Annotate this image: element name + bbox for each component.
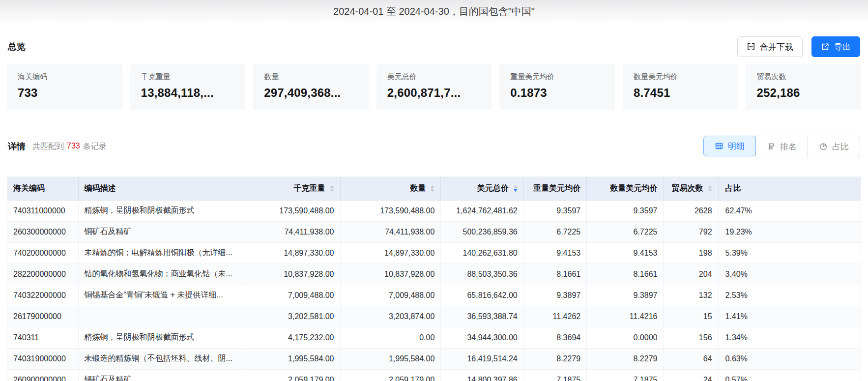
- sort-icon[interactable]: ▲▼: [513, 185, 518, 192]
- stat-card: 千克重量 13,884,118,...: [130, 64, 246, 110]
- cell-hs-code: 740322000000: [7, 285, 78, 306]
- cell-hs-code: 26179000000: [7, 306, 78, 327]
- cell-trade-count: 15: [664, 306, 718, 327]
- stat-card-value: 13,884,118,...: [141, 86, 235, 100]
- cell-usd-total: 88,503,350.36: [441, 264, 523, 285]
- cell-trade-count: 156: [664, 327, 718, 348]
- match-prefix: 共匹配到: [32, 142, 64, 152]
- merge-download-label: 合并下载: [760, 41, 793, 53]
- cell-trade-count: 24: [664, 369, 718, 381]
- cell-usd-per-kg: 9.3597: [523, 200, 586, 221]
- cell-description: 铜矿石及精矿: [78, 221, 241, 242]
- column-header-quantity[interactable]: 数量▲▼: [340, 177, 441, 200]
- cell-trade-count: 198: [664, 242, 718, 264]
- cell-description: 锡矿石及精矿: [78, 369, 241, 381]
- table-row[interactable]: 740311000000精炼铜，呈阴极和阴极截面形式173,590,488.00…: [7, 200, 861, 221]
- cell-usd-per-unit: 6.7225: [587, 221, 664, 242]
- table-body: 740311000000精炼铜，呈阴极和阴极截面形式173,590,488.00…: [7, 200, 861, 381]
- cell-usd-total: 65,816,642.00: [441, 285, 523, 306]
- table-row[interactable]: 282200000000钴的氧化物和氢氧化物；商业氧化钴（未...10,837,…: [7, 264, 861, 285]
- details-title: 详情: [8, 141, 26, 152]
- sort-icon[interactable]: ▲▼: [708, 185, 712, 192]
- table-row[interactable]: 260900000000锡矿石及精矿2,059,179.002,059,179.…: [7, 369, 861, 381]
- column-header-usd-per-unit: 数量美元均价: [587, 177, 664, 200]
- table-row[interactable]: 260300000000铜矿石及精矿74,411,938.0074,411,93…: [7, 221, 861, 242]
- stat-card-label: 千克重量: [141, 72, 235, 82]
- table-row[interactable]: 740200000000未精炼的铜；电解精炼用铜阳极（无详细...14,897,…: [7, 242, 861, 264]
- stat-card-value: 0.1873: [510, 86, 604, 100]
- stat-card: 美元总价 2,600,871,7...: [376, 64, 492, 110]
- cell-usd-per-kg: 11.4262: [523, 306, 586, 327]
- cell-usd-per-unit: 11.4216: [587, 306, 664, 327]
- stat-card: 数量 297,409,368...: [253, 64, 369, 110]
- stat-card-value: 8.7451: [634, 86, 727, 100]
- match-info: 共匹配到 733 条记录: [32, 142, 107, 152]
- table-header-row: 海关编码编码描述千克重量▲▼数量▲▼美元总价▲▼重量美元均价数量美元均价贸易次数…: [7, 177, 861, 200]
- cell-usd-per-kg: 7.1875: [523, 369, 586, 381]
- stat-card: 数量美元均价 8.7451: [623, 64, 738, 110]
- cell-trade-count: 2628: [664, 200, 718, 221]
- cell-usd-per-unit: 8.1661: [587, 264, 664, 285]
- table-row[interactable]: 261790000003,202,581.003,203,874.0036,59…: [7, 306, 861, 327]
- cell-hs-code: 740319000000: [7, 348, 78, 369]
- cell-usd-per-unit: 9.3597: [587, 200, 664, 221]
- cell-weight-kg: 10,837,928.00: [241, 264, 340, 285]
- page-title: 2024-04-01 至 2024-04-30，目的国包含"中国": [333, 5, 535, 18]
- stat-card-label: 贸易次数: [756, 72, 850, 82]
- column-header-description: 编码描述: [78, 177, 241, 200]
- cell-quantity: 0.00: [340, 327, 441, 348]
- column-label: 美元总价: [477, 183, 509, 194]
- cell-share: 0.63%: [718, 348, 861, 369]
- tab-detail-label: 明细: [728, 141, 745, 152]
- sort-icon[interactable]: ▲▼: [430, 185, 434, 192]
- cell-usd-total: 500,236,859.36: [441, 221, 523, 242]
- stat-card-label: 数量美元均价: [634, 72, 727, 82]
- column-label: 海关编码: [13, 183, 45, 194]
- stat-card-value: 252,186: [756, 86, 850, 100]
- table-row[interactable]: 740311精炼铜，呈阴极和阴极截面形式4,175,232.000.0034,9…: [7, 327, 861, 348]
- cell-trade-count: 792: [664, 221, 718, 242]
- column-header-hs-code: 海关编码: [7, 177, 78, 200]
- match-count: 733: [67, 142, 80, 152]
- cell-usd-per-kg: 8.2279: [523, 348, 586, 369]
- cell-usd-total: 16,419,514.24: [441, 348, 523, 369]
- column-header-trade-count[interactable]: 贸易次数▲▼: [664, 177, 718, 200]
- column-label: 数量美元均价: [610, 183, 657, 194]
- export-button[interactable]: 导出: [811, 36, 860, 57]
- cell-usd-total: 140,262,631.80: [441, 242, 523, 264]
- merge-download-button[interactable]: 合并下载: [737, 36, 803, 57]
- table-row[interactable]: 740322000000铜锡基合金“青铜”未锻造 + 未提供详细...7,009…: [7, 285, 861, 306]
- cell-weight-kg: 3,202,581.00: [241, 306, 340, 327]
- column-label: 千克重量: [294, 183, 325, 194]
- details-table: 海关编码编码描述千克重量▲▼数量▲▼美元总价▲▼重量美元均价数量美元均价贸易次数…: [7, 176, 861, 381]
- column-label: 重量美元均价: [533, 183, 580, 194]
- cell-quantity: 10,837,928.00: [340, 264, 441, 285]
- cell-quantity: 74,411,938.00: [340, 221, 441, 242]
- stat-card-label: 海关编码: [18, 72, 112, 82]
- cell-share: 1.41%: [718, 306, 861, 327]
- overview-title: 总览: [8, 41, 26, 53]
- table-row[interactable]: 740319000000未锻造的精炼铜（不包括坯料、线材、阴...1,995,5…: [7, 348, 861, 369]
- column-label: 贸易次数: [672, 183, 703, 194]
- overview-cards: 海关编码 733 千克重量 13,884,118,... 数量 297,409,…: [0, 64, 868, 110]
- column-header-weight-kg[interactable]: 千克重量▲▼: [241, 177, 340, 200]
- cell-share: 5.39%: [718, 242, 861, 264]
- tab-detail[interactable]: 明细: [703, 136, 756, 156]
- cell-weight-kg: 4,175,232.00: [241, 327, 340, 348]
- cell-share: 2.53%: [718, 285, 861, 306]
- cell-weight-kg: 7,009,488.00: [241, 285, 340, 306]
- ranking-icon: [767, 142, 776, 151]
- stat-card-label: 重量美元均价: [510, 72, 604, 82]
- tab-proportion[interactable]: 占比: [808, 136, 860, 157]
- stat-card: 海关编码 733: [7, 64, 122, 110]
- stat-card-value: 733: [18, 86, 112, 100]
- tab-ranking[interactable]: 排名: [755, 136, 808, 157]
- cell-usd-per-unit: 9.4153: [587, 242, 664, 264]
- cell-usd-per-kg: 9.3897: [523, 285, 586, 306]
- cell-quantity: 3,203,874.00: [340, 306, 441, 327]
- cell-description: 精炼铜，呈阴极和阴极截面形式: [78, 200, 241, 221]
- cell-quantity: 1,995,584.00: [340, 348, 441, 369]
- column-header-share: 占比: [718, 177, 861, 200]
- column-header-usd-total[interactable]: 美元总价▲▼: [441, 177, 523, 200]
- sort-icon[interactable]: ▲▼: [330, 185, 334, 192]
